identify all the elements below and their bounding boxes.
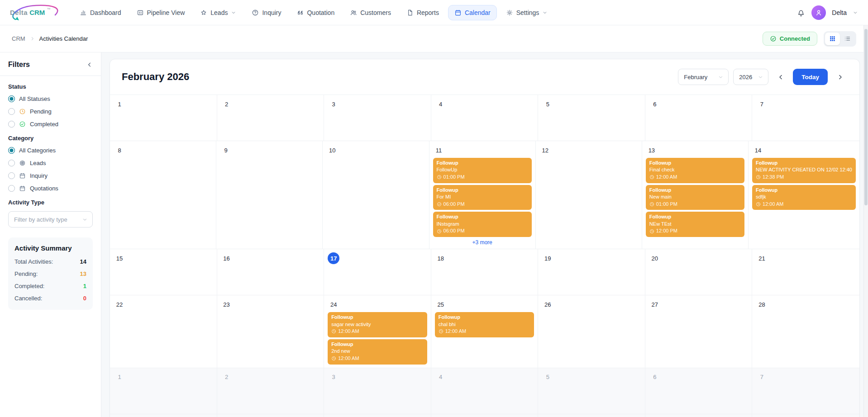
day-cell[interactable]: 21 bbox=[752, 249, 859, 295]
event-chip[interactable]: FollowupFollowUp01:00 PM bbox=[433, 158, 532, 183]
day-cell[interactable]: 2 bbox=[217, 95, 324, 141]
year-select[interactable]: 2026 bbox=[733, 69, 768, 85]
day-cell[interactable]: 5 bbox=[538, 368, 645, 414]
day-number-line: 5 bbox=[542, 371, 641, 383]
radio-option-all-categories[interactable]: All Categories bbox=[8, 147, 93, 154]
day-cell[interactable]: 12 bbox=[536, 141, 642, 249]
radio-indicator[interactable] bbox=[8, 121, 15, 128]
calendar-card: February 2026 February 2026 bbox=[110, 59, 860, 417]
event-chip[interactable]: FollowupFinal check12:00 AM bbox=[646, 158, 744, 183]
today-button[interactable]: Today bbox=[793, 69, 828, 85]
day-cell[interactable]: 11FollowupFollowUp01:00 PMFollowupFor MI… bbox=[429, 141, 536, 249]
event-chip[interactable]: FollowupNew main01:00 PM bbox=[646, 185, 744, 210]
radio-indicator[interactable] bbox=[8, 160, 15, 166]
nav-item-dashboard[interactable]: Dashboard bbox=[73, 5, 128, 20]
event-chip[interactable]: Followupsagar new activity12:00 AM bbox=[328, 312, 427, 337]
day-cell[interactable]: 9 bbox=[217, 414, 324, 417]
event-chip[interactable]: FollowupINstsgram06:00 PM bbox=[433, 212, 532, 237]
day-cell[interactable]: 6 bbox=[645, 95, 753, 141]
radio-indicator[interactable] bbox=[8, 185, 15, 192]
day-cell[interactable]: 26 bbox=[538, 295, 645, 367]
event-chip[interactable]: Followupsdfjk12:00 AM bbox=[752, 185, 856, 210]
day-cell[interactable]: 20 bbox=[645, 249, 753, 295]
day-cell[interactable]: 2 bbox=[217, 368, 324, 414]
next-month-button[interactable] bbox=[832, 69, 848, 85]
day-cell[interactable]: 3 bbox=[324, 95, 431, 141]
day-cell[interactable]: 7 bbox=[752, 95, 859, 141]
day-cell[interactable]: 13 bbox=[645, 414, 753, 417]
list-view-button[interactable] bbox=[840, 33, 855, 45]
filters-sidebar: Filters Status All StatusesPendingComple… bbox=[0, 52, 101, 417]
day-cell[interactable]: 23 bbox=[217, 295, 324, 367]
nav-item-inquiry[interactable]: Inquiry bbox=[245, 5, 287, 20]
month-select[interactable]: February bbox=[678, 69, 729, 85]
day-cell[interactable]: 6 bbox=[645, 368, 753, 414]
radio-indicator[interactable] bbox=[8, 172, 15, 179]
nav-item-calendar[interactable]: Calendar bbox=[448, 5, 497, 20]
day-cell[interactable]: 12 bbox=[538, 414, 645, 417]
day-cell[interactable]: 15 bbox=[110, 249, 217, 295]
day-cell[interactable]: 10 bbox=[324, 414, 431, 417]
radio-option-quotations[interactable]: Quotations bbox=[8, 185, 93, 192]
nav-item-customers[interactable]: Customers bbox=[343, 5, 397, 20]
day-cell[interactable]: 7 bbox=[752, 368, 859, 414]
radio-option-inquiry[interactable]: Inquiry bbox=[8, 172, 93, 179]
user-name[interactable]: Delta bbox=[832, 9, 847, 16]
more-events-link[interactable]: +3 more bbox=[433, 239, 532, 246]
day-cell[interactable]: 28 bbox=[752, 295, 859, 367]
day-cell[interactable]: 3 bbox=[324, 368, 431, 414]
event-chip[interactable]: Followup2nd new12:00 AM bbox=[328, 339, 427, 365]
bell-icon[interactable] bbox=[796, 8, 806, 17]
day-cell[interactable]: 19 bbox=[538, 249, 645, 295]
collapse-sidebar-chevron-left-icon[interactable] bbox=[86, 62, 93, 68]
day-cell[interactable]: 17 bbox=[324, 249, 431, 295]
day-cell[interactable]: 10 bbox=[323, 141, 429, 249]
event-chip[interactable]: Followupchal bhi12:00 AM bbox=[435, 312, 534, 337]
quote-icon bbox=[296, 9, 304, 16]
day-cell[interactable]: 14 bbox=[752, 414, 859, 417]
radio-option-pending[interactable]: Pending bbox=[8, 108, 93, 115]
nav-item-reports[interactable]: Reports bbox=[400, 5, 445, 20]
day-cell[interactable]: 8 bbox=[110, 141, 216, 249]
day-cell[interactable]: 22 bbox=[110, 295, 217, 367]
day-cell[interactable]: 27 bbox=[645, 295, 753, 367]
scrollbar-thumb[interactable] bbox=[864, 29, 868, 205]
day-number: 23 bbox=[221, 299, 233, 310]
nav-item-quotation[interactable]: Quotation bbox=[290, 5, 341, 20]
page-scrollbar[interactable] bbox=[863, 25, 868, 417]
activity-type-select[interactable]: Filter by activity type bbox=[8, 211, 93, 227]
nav-item-leads[interactable]: Leads bbox=[194, 5, 243, 20]
radio-option-leads[interactable]: Leads bbox=[8, 160, 93, 166]
prev-month-button[interactable] bbox=[773, 69, 788, 85]
filters-header: Filters bbox=[8, 61, 93, 69]
day-cell[interactable]: 11 bbox=[431, 414, 539, 417]
day-cell[interactable]: 13FollowupFinal check12:00 AMFollowupNew… bbox=[642, 141, 749, 249]
radio-indicator[interactable] bbox=[8, 108, 15, 115]
breadcrumb-root[interactable]: CRM bbox=[12, 35, 25, 42]
radio-option-completed[interactable]: Completed bbox=[8, 121, 93, 128]
day-cell[interactable]: 25Followupchal bhi12:00 AM bbox=[431, 295, 539, 367]
radio-indicator[interactable] bbox=[8, 95, 15, 102]
day-cell[interactable]: 1 bbox=[110, 368, 217, 414]
day-cell[interactable]: 24Followupsagar new activity12:00 AMFoll… bbox=[324, 295, 431, 367]
day-cell[interactable]: 8 bbox=[110, 414, 217, 417]
day-cell[interactable]: 4 bbox=[431, 95, 539, 141]
event-chip[interactable]: FollowupNEw TEst12:00 PM bbox=[646, 212, 744, 237]
app-logo[interactable]: Delta CRM ™ bbox=[10, 4, 65, 22]
event-chip[interactable]: FollowupFor MI06:00 PM bbox=[433, 185, 532, 210]
day-cell[interactable]: 1 bbox=[110, 95, 217, 141]
day-cell[interactable]: 14FollowupNEW ACTIVITY CREATED ON 12/02 … bbox=[749, 141, 859, 249]
day-cell[interactable]: 9 bbox=[216, 141, 323, 249]
day-cell[interactable]: 16 bbox=[217, 249, 324, 295]
day-cell[interactable]: 4 bbox=[431, 368, 539, 414]
event-chip[interactable]: FollowupNEW ACTIVITY CREATED ON 12/02 12… bbox=[752, 158, 856, 183]
day-cell[interactable]: 18 bbox=[431, 249, 539, 295]
day-cell[interactable]: 5 bbox=[538, 95, 645, 141]
radio-option-all-statuses[interactable]: All Statuses bbox=[8, 95, 93, 102]
user-menu-chevron-down-icon[interactable] bbox=[853, 10, 858, 15]
nav-item-pipeline-view[interactable]: Pipeline View bbox=[130, 5, 191, 20]
radio-indicator[interactable] bbox=[8, 147, 15, 154]
nav-item-settings[interactable]: Settings bbox=[500, 5, 554, 20]
grid-view-button[interactable] bbox=[825, 33, 840, 45]
avatar[interactable] bbox=[811, 5, 826, 20]
